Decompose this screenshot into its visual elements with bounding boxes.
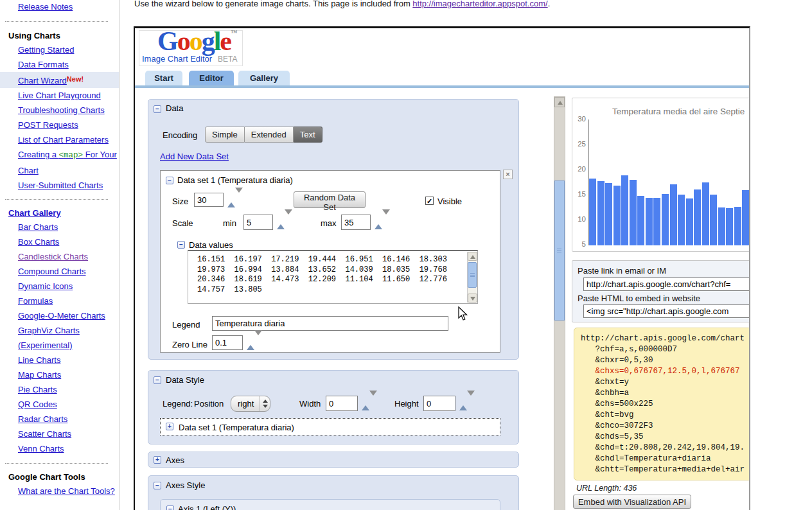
sidebar-link[interactable]: QR Codes (18, 400, 57, 409)
close-icon[interactable] (503, 170, 513, 179)
editor-scrollbar[interactable] (554, 96, 565, 510)
expand-icon[interactable] (166, 423, 173, 430)
add-new-data-set-link[interactable]: Add New Data Set (160, 152, 229, 161)
zero-line-input[interactable] (212, 335, 243, 350)
collapse-icon[interactable] (166, 177, 173, 184)
embed-visualization-button[interactable]: Embed with Visualization API (573, 495, 691, 509)
scrollbar-up-button[interactable] (554, 97, 565, 107)
spinner-up-icon[interactable] (362, 396, 369, 410)
zero-line-spinner[interactable] (247, 335, 254, 345)
encoding-segmented-control: Simple Extended Text (205, 127, 322, 143)
sidebar-link-release-notes[interactable]: Release Notes (18, 2, 73, 12)
chart-bar (646, 198, 653, 245)
sidebar-link[interactable]: Pie Charts (18, 385, 57, 394)
tab-gallery[interactable]: Gallery (238, 71, 290, 85)
collapse-icon[interactable] (154, 376, 161, 384)
height-input[interactable] (423, 396, 455, 411)
intro-link[interactable]: http://imagecharteditor.appspot.com/ (412, 0, 547, 8)
spinner-up-icon[interactable] (459, 396, 467, 410)
random-data-set-button[interactable]: Random Data Set (294, 191, 366, 208)
sidebar-link[interactable]: Compound Charts (18, 267, 86, 276)
size-input[interactable] (194, 193, 224, 207)
collapse-icon[interactable] (154, 482, 161, 489)
sidebar-link[interactable]: Chart Wizard (18, 76, 67, 85)
sidebar-link[interactable]: Formulas (18, 296, 53, 306)
max-spinner[interactable] (375, 215, 382, 224)
sidebar-link[interactable]: Getting Started (18, 45, 74, 55)
visible-checkbox[interactable]: ✓ (425, 197, 434, 205)
chart-bar (653, 198, 660, 245)
axes-panel: Axes (148, 452, 519, 468)
spinner-down-icon[interactable] (382, 209, 390, 224)
sidebar-link[interactable]: POST Requests (18, 120, 78, 130)
sidebar-link[interactable]: Dynamic Icons (18, 281, 73, 291)
sidebar-link[interactable]: Live Chart Playground (18, 91, 101, 100)
spinner-up-icon[interactable] (375, 215, 382, 229)
sidebar-link[interactable]: Venn Charts (18, 444, 64, 453)
axes-style-title: Axes Style (166, 480, 205, 490)
sidebar-link[interactable]: Radar Charts (18, 414, 67, 424)
spinner-down-icon[interactable] (235, 188, 243, 202)
position-select[interactable]: right (231, 396, 270, 412)
url-length-text: URL Length: 436 (576, 484, 637, 493)
sidebar-link[interactable]: Box Charts (18, 237, 59, 247)
spinner-down-icon[interactable] (285, 209, 292, 224)
dataset-style-row[interactable]: Data set 1 (Temperatura diaria) (160, 418, 500, 435)
width-spinner[interactable] (362, 396, 369, 405)
data-values-textarea[interactable]: 16.151 16.197 17.219 19.444 16.951 16.14… (188, 250, 478, 304)
collapse-icon[interactable] (177, 241, 185, 249)
spinner-up-icon[interactable] (277, 215, 285, 229)
chart-bar (678, 195, 685, 245)
sidebar-link[interactable]: Scatter Charts (18, 429, 71, 439)
sidebar-link-what-are-chart-tools[interactable]: What are the Chart Tools? (18, 486, 115, 496)
sidebar-link[interactable]: User-Submitted Charts (18, 180, 103, 190)
chart-bar (702, 182, 709, 245)
encoding-simple-button[interactable]: Simple (205, 127, 245, 143)
scrollbar-thumb[interactable] (468, 262, 477, 288)
width-input[interactable] (326, 396, 358, 411)
scale-min-input[interactable] (243, 215, 273, 230)
scrollbar-down-button[interactable] (468, 294, 477, 303)
paste-link-input[interactable] (583, 277, 750, 291)
sidebar-link[interactable]: Data Formats (18, 60, 69, 69)
scale-max-input[interactable] (341, 215, 371, 230)
paste-link-label: Paste link in email or IM (578, 266, 666, 276)
stepper-arrows-icon[interactable] (260, 396, 270, 411)
chart-gallery-link[interactable]: Chart Gallery (8, 208, 61, 218)
spinner-up-icon[interactable] (247, 335, 254, 350)
sidebar-link[interactable]: Troubleshooting Charts (18, 105, 105, 115)
paste-html-input[interactable] (583, 304, 750, 318)
min-spinner[interactable] (277, 215, 285, 224)
sidebar-item: Venn Charts (18, 441, 119, 456)
spinner-down-icon[interactable] (467, 391, 475, 405)
scrollbar-up-button[interactable] (468, 252, 477, 261)
expand-icon[interactable] (154, 456, 161, 464)
spinner-up-icon[interactable] (227, 193, 235, 207)
size-spinner[interactable] (227, 193, 235, 202)
height-spinner[interactable] (459, 396, 467, 405)
sidebar-item: Radar Charts (18, 412, 119, 426)
tab-start[interactable]: Start (145, 71, 182, 85)
data-values-text[interactable]: 16.151 16.197 17.219 19.444 16.951 16.14… (188, 251, 477, 295)
collapse-icon[interactable] (166, 506, 174, 510)
sidebar-link[interactable]: Google-O-Meter Charts (18, 311, 105, 321)
encoding-extended-button[interactable]: Extended (245, 127, 294, 143)
sidebar-link[interactable]: Creating a <map> For Your Chart (18, 150, 117, 175)
sidebar-item: Getting Started (18, 42, 119, 57)
sidebar-item: QR Codes (18, 397, 119, 412)
spinner-down-icon[interactable] (254, 330, 262, 345)
collapse-icon[interactable] (154, 105, 161, 113)
legend-input[interactable] (212, 316, 448, 331)
sidebar-link[interactable]: Line Charts (18, 355, 60, 365)
sidebar-link[interactable]: Bar Charts (18, 222, 58, 232)
tab-editor[interactable]: Editor (189, 71, 234, 85)
sidebar-link[interactable]: List of Chart Parameters (18, 135, 109, 145)
sidebar-link[interactable]: Map Charts (18, 370, 61, 380)
spinner-down-icon[interactable] (369, 391, 377, 405)
scrollbar-thumb[interactable] (554, 180, 565, 321)
sidebar-link[interactable]: GraphViz Charts (Experimental) (18, 326, 80, 350)
encoding-text-button[interactable]: Text (294, 127, 322, 143)
sidebar-link[interactable]: Candlestick Charts (18, 252, 88, 261)
google-logo: Google™ Image Chart Editor BETA (139, 30, 243, 66)
values-scrollbar[interactable] (467, 252, 477, 303)
